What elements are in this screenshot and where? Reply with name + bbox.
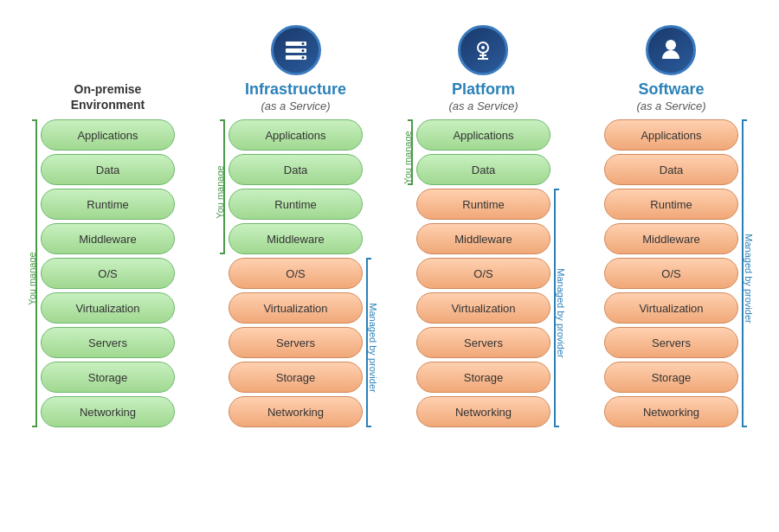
- item-paas-5: Virtualization: [416, 292, 550, 324]
- item-saas-7: Storage: [604, 362, 738, 393]
- item-saas-5: Virtualization: [604, 292, 738, 324]
- item-iaas-3: Middleware: [229, 223, 363, 254]
- platform-icon: [458, 25, 508, 75]
- items-col-paas: ApplicationsDataRuntimeMiddlewareO/SVirt…: [416, 119, 550, 427]
- item-saas-6: Servers: [604, 327, 738, 358]
- item-saas-0: Applications: [604, 119, 738, 151]
- column-title-on-premise: On-premiseEnvironment: [71, 81, 145, 112]
- items-col-iaas: ApplicationsDataRuntimeMiddlewareO/SVirt…: [229, 119, 363, 427]
- svg-point-3: [301, 42, 304, 45]
- right-bracket-label-iaas: Managed by provider: [368, 303, 378, 392]
- column-title-paas: Platform(as a Service): [448, 80, 518, 112]
- svg-point-5: [301, 56, 304, 59]
- item-iaas-6: Servers: [229, 327, 363, 358]
- item-on-premise-0: Applications: [41, 119, 175, 151]
- item-saas-4: O/S: [604, 258, 738, 289]
- item-on-premise-1: Data: [41, 154, 175, 185]
- right-bracket-label-paas: Managed by provider: [556, 268, 566, 357]
- item-paas-8: Networking: [416, 396, 550, 427]
- stack-wrap-on-premise: You manageApplicationsDataRuntimeMiddlew…: [18, 119, 197, 427]
- software-icon: [646, 25, 696, 75]
- item-iaas-1: Data: [229, 154, 363, 185]
- item-on-premise-4: O/S: [41, 258, 175, 289]
- item-paas-6: Servers: [416, 327, 550, 358]
- item-saas-8: Networking: [604, 396, 738, 427]
- stack-wrap-saas: ApplicationsDataRuntimeMiddlewareO/SVirt…: [582, 119, 761, 427]
- item-saas-1: Data: [604, 154, 738, 185]
- item-on-premise-7: Storage: [41, 362, 175, 393]
- column-on-premise: On-premiseEnvironmentYou manageApplicati…: [18, 17, 197, 427]
- items-col-on-premise: ApplicationsDataRuntimeMiddlewareO/SVirt…: [41, 119, 175, 427]
- stack-wrap-iaas: You manageApplicationsDataRuntimeMiddlew…: [206, 119, 385, 427]
- left-bracket-label-iaas: You manage: [215, 165, 225, 218]
- stack-wrap-paas: You manageApplicationsDataRuntimeMiddlew…: [394, 119, 573, 427]
- item-iaas-7: Storage: [229, 362, 363, 393]
- item-on-premise-2: Runtime: [41, 189, 175, 220]
- right-bracket-saas: Managed by provider: [742, 119, 761, 427]
- item-paas-1: Data: [416, 154, 550, 185]
- column-header-iaas: Infrastructure(as a Service): [245, 17, 346, 112]
- column-paas: Platform(as a Service)You manageApplicat…: [394, 17, 573, 427]
- item-iaas-5: Virtualization: [229, 292, 363, 324]
- item-iaas-2: Runtime: [229, 189, 363, 220]
- item-on-premise-8: Networking: [41, 396, 175, 427]
- column-header-paas: Platform(as a Service): [448, 17, 518, 112]
- item-iaas-4: O/S: [229, 258, 363, 289]
- svg-point-4: [301, 49, 304, 52]
- right-bracket-iaas: Managed by provider: [366, 119, 385, 427]
- item-iaas-0: Applications: [229, 119, 363, 151]
- item-paas-3: Middleware: [416, 223, 550, 254]
- svg-point-7: [481, 46, 485, 49]
- column-saas: Software(as a Service)ApplicationsDataRu…: [582, 17, 761, 427]
- column-iaas: Infrastructure(as a Service)You manageAp…: [206, 17, 385, 427]
- left-bracket-label-paas: You manage: [402, 131, 413, 183]
- left-bracket-paas: You manage: [394, 119, 413, 427]
- item-paas-2: Runtime: [416, 189, 550, 220]
- left-bracket-on-premise: You manage: [18, 119, 37, 427]
- main-container: On-premiseEnvironmentYou manageApplicati…: [0, 0, 779, 532]
- item-paas-7: Storage: [416, 362, 550, 393]
- item-on-premise-3: Middleware: [41, 223, 175, 254]
- item-on-premise-6: Servers: [41, 327, 175, 358]
- right-bracket-paas: Managed by provider: [554, 119, 573, 427]
- column-header-saas: Software(as a Service): [636, 17, 705, 112]
- item-on-premise-5: Virtualization: [41, 292, 175, 324]
- column-title-saas: Software(as a Service): [636, 80, 705, 112]
- item-saas-3: Middleware: [604, 223, 738, 254]
- column-title-iaas: Infrastructure(as a Service): [245, 80, 346, 112]
- item-paas-4: O/S: [416, 258, 550, 289]
- right-bracket-label-saas: Managed by provider: [744, 234, 754, 323]
- left-bracket-label-on-premise: You manage: [27, 252, 37, 304]
- infrastructure-icon: [271, 25, 321, 75]
- svg-point-11: [666, 40, 676, 50]
- item-saas-2: Runtime: [604, 189, 738, 220]
- left-bracket-iaas: You manage: [206, 119, 225, 427]
- column-header-on-premise: On-premiseEnvironment: [71, 17, 145, 112]
- item-paas-0: Applications: [416, 119, 550, 151]
- items-col-saas: ApplicationsDataRuntimeMiddlewareO/SVirt…: [604, 119, 738, 427]
- item-iaas-8: Networking: [229, 396, 363, 427]
